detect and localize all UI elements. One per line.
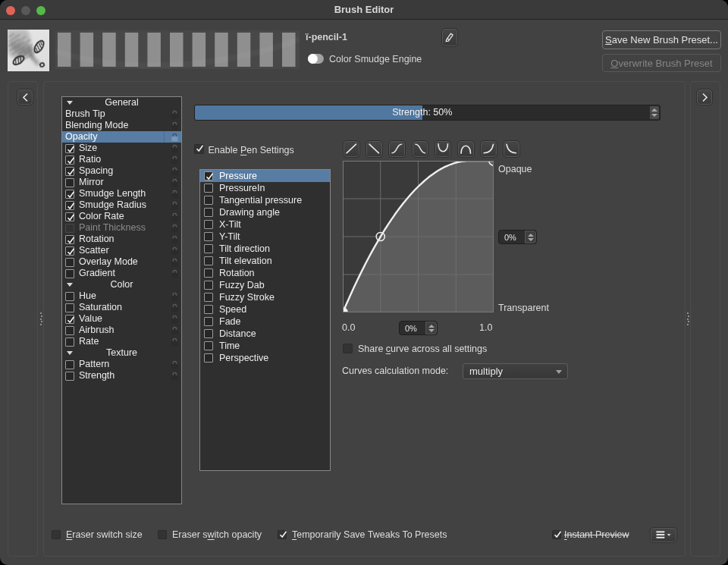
brush-option-row[interactable]: Strength — [62, 370, 181, 381]
zoom-button[interactable] — [36, 6, 46, 15]
sensor-row[interactable]: Fuzzy Dab — [200, 279, 330, 291]
brush-option-row[interactable]: Smudge Length — [62, 188, 181, 199]
sensor-row[interactable]: Tilt elevation — [200, 255, 330, 267]
brush-option-row[interactable]: Opacity — [62, 131, 181, 143]
scroll-left-button[interactable] — [17, 89, 33, 105]
option-checkbox[interactable] — [65, 292, 74, 301]
lock-icon[interactable] — [170, 109, 179, 119]
sensor-checkbox[interactable] — [204, 293, 213, 302]
option-checkbox[interactable] — [65, 144, 74, 153]
lock-icon[interactable] — [170, 314, 179, 324]
footer-checkbox[interactable] — [552, 530, 561, 539]
overwrite-brush-preset-button[interactable]: Overwrite Brush Preset — [602, 54, 721, 72]
footer-checkbox[interactable] — [158, 530, 167, 539]
option-checkbox[interactable] — [65, 167, 74, 176]
options-section-header[interactable]: Texture — [62, 347, 181, 359]
lock-icon[interactable] — [170, 121, 179, 130]
option-checkbox[interactable] — [65, 269, 74, 278]
lock-icon[interactable] — [170, 337, 179, 347]
sensor-row[interactable]: Pressure — [200, 170, 330, 182]
brush-option-row[interactable]: Value — [62, 313, 181, 325]
strength-spin-arrows[interactable] — [650, 106, 659, 119]
rename-preset-button[interactable] — [441, 28, 458, 47]
brush-option-row[interactable]: Hue — [62, 290, 181, 302]
brush-option-row[interactable]: Brush Tip — [62, 108, 181, 120]
brush-option-row[interactable]: Overlay Mode — [62, 256, 181, 268]
close-button[interactable] — [6, 6, 15, 15]
brush-option-row[interactable]: Airbrush — [62, 325, 181, 336]
sensor-row[interactable]: Tangential pressure — [200, 194, 330, 206]
save-new-brush-preset-button[interactable]: Save New Brush Preset... — [602, 30, 721, 49]
lock-icon[interactable] — [170, 371, 179, 381]
sensor-checkbox[interactable] — [204, 171, 213, 180]
curve-u-shape-button[interactable] — [435, 140, 452, 158]
option-checkbox[interactable] — [65, 360, 74, 369]
option-checkbox[interactable] — [65, 224, 74, 233]
sensor-checkbox[interactable] — [204, 220, 213, 229]
sensor-row[interactable]: Fade — [200, 315, 330, 328]
minimize-button[interactable] — [21, 6, 30, 15]
options-section-header[interactable]: Color — [62, 279, 181, 290]
option-checkbox[interactable] — [65, 178, 74, 187]
curve-s-shape-reverse-button[interactable] — [412, 140, 429, 158]
curve-arch-shape-button[interactable] — [457, 140, 475, 158]
lock-icon[interactable] — [170, 234, 179, 244]
footer-checkbox[interactable] — [278, 530, 287, 539]
lock-icon[interactable] — [170, 132, 179, 142]
sensor-row[interactable]: X-Tilt — [200, 218, 330, 231]
curve-l-shape-button[interactable] — [503, 140, 520, 158]
sensor-checkbox[interactable] — [204, 329, 213, 338]
sensor-row[interactable]: PressureIn — [200, 182, 330, 194]
option-checkbox[interactable] — [65, 155, 74, 165]
options-section-header[interactable]: General — [62, 97, 181, 108]
sensor-checkbox[interactable] — [204, 196, 213, 205]
brush-option-row[interactable]: Mirror — [62, 177, 181, 188]
sensor-row[interactable]: Speed — [200, 303, 330, 315]
sensor-checkbox[interactable] — [204, 317, 213, 326]
sensor-row[interactable]: Time — [200, 340, 330, 352]
curve-editor[interactable] — [343, 161, 494, 312]
sensor-checkbox[interactable] — [204, 184, 213, 193]
brush-stroke-preview[interactable] — [55, 30, 300, 69]
sensor-checkbox[interactable] — [204, 208, 213, 217]
engine-toggle[interactable] — [308, 54, 324, 64]
option-checkbox[interactable] — [65, 212, 74, 221]
sensor-row[interactable]: Fuzzy Stroke — [200, 291, 330, 303]
sensor-row[interactable]: Rotation — [200, 267, 330, 279]
sensor-row[interactable]: Perspective — [200, 352, 330, 364]
option-checkbox[interactable] — [65, 303, 74, 312]
curve-point-x-spinbox[interactable]: 0% — [399, 321, 438, 335]
brush-option-row[interactable]: Paint Thickness — [62, 222, 181, 234]
brush-option-row[interactable]: Scatter — [62, 245, 181, 256]
sensor-row[interactable]: Drawing angle — [200, 206, 330, 218]
lock-icon[interactable] — [170, 246, 179, 256]
enable-pen-settings-checkbox[interactable] — [194, 144, 204, 154]
curve-s-shape-button[interactable] — [388, 140, 406, 158]
footer-checkbox[interactable] — [52, 530, 61, 539]
share-curve-checkbox[interactable] — [343, 344, 353, 353]
calc-mode-dropdown[interactable]: multiply — [463, 363, 568, 379]
brush-option-row[interactable]: Color Rate — [62, 211, 181, 222]
curve-linear-up-button[interactable] — [343, 140, 360, 158]
brush-preset-thumbnail[interactable] — [8, 30, 49, 71]
sensor-checkbox[interactable] — [204, 281, 213, 290]
brush-option-row[interactable]: Ratio — [62, 154, 181, 165]
curve-linear-down-button[interactable] — [366, 140, 383, 158]
option-checkbox[interactable] — [65, 246, 74, 256]
lock-icon[interactable] — [170, 268, 179, 278]
lock-icon[interactable] — [170, 177, 179, 187]
sensor-checkbox[interactable] — [204, 305, 213, 314]
sensor-checkbox[interactable] — [204, 256, 213, 265]
brush-option-row[interactable]: Pattern — [62, 359, 181, 370]
sensor-row[interactable]: Y-Tilt — [200, 231, 330, 243]
lock-icon[interactable] — [170, 166, 179, 176]
lock-icon[interactable] — [170, 155, 179, 165]
brush-option-row[interactable]: Blending Mode — [62, 120, 181, 131]
left-splitter-handle[interactable] — [40, 312, 43, 327]
lock-icon[interactable] — [170, 200, 179, 210]
sensor-checkbox[interactable] — [204, 244, 213, 253]
option-checkbox[interactable] — [65, 315, 74, 324]
sensor-checkbox[interactable] — [204, 268, 213, 278]
scroll-right-button[interactable] — [696, 89, 713, 105]
option-checkbox[interactable] — [65, 337, 74, 347]
